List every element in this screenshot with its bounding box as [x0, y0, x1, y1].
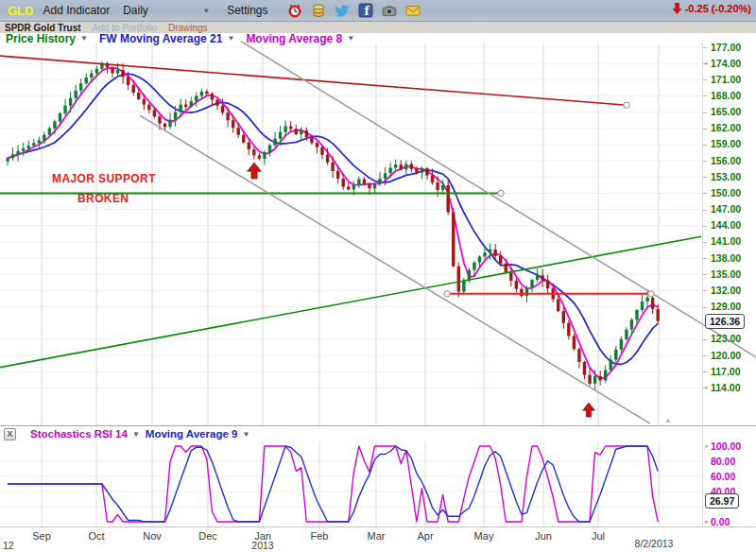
trendline-handle[interactable]	[624, 102, 629, 108]
timeframe-dropdown[interactable]: Daily ▼	[123, 4, 210, 17]
price-tick-label: 132.00	[711, 285, 741, 296]
candle-body	[158, 116, 161, 123]
indicator-tick-label: 100.00	[711, 440, 741, 452]
candle-body	[452, 212, 455, 266]
candle-body	[509, 272, 512, 281]
candle-body	[22, 148, 25, 151]
x-axis-month-label: Dec	[198, 530, 217, 542]
candle-body	[132, 85, 135, 93]
price-change-indicator: -0.25 (-0.20%)	[672, 3, 751, 14]
candle-body	[90, 73, 93, 78]
candle-body	[326, 155, 329, 163]
candle-body	[400, 164, 403, 169]
symbol-label: GLD	[8, 4, 33, 18]
timeframe-value: Daily	[123, 4, 148, 17]
trendline-channel-upper[interactable]	[241, 42, 756, 357]
add-indicator-menu[interactable]: Add Indicator	[43, 4, 110, 17]
trendline-channel-lower[interactable]	[140, 115, 650, 423]
candle-body	[368, 184, 370, 189]
camera-icon[interactable]	[382, 3, 397, 18]
alarm-icon[interactable]	[287, 3, 302, 18]
pane-resize-icon[interactable]: ▲	[664, 416, 672, 424]
candle-body	[316, 143, 318, 147]
candle-body	[111, 67, 113, 73]
candle-body	[384, 173, 387, 179]
price-tick-label: 138.00	[711, 252, 741, 264]
trendline-handle[interactable]	[444, 291, 450, 297]
indicator-legend-stochastics-rsi-14[interactable]: Stochastics RSI 14▼	[30, 428, 140, 440]
price-tick-label: 123.00	[711, 333, 741, 344]
price-tick-label: 171.00	[711, 74, 741, 85]
candle-body	[499, 256, 502, 264]
x-axis-month-label: Mar	[368, 530, 386, 542]
chevron-down-icon: ▼	[132, 430, 140, 439]
coins-icon[interactable]	[311, 3, 326, 18]
candle-body	[85, 78, 88, 83]
price-tick-label: 162.00	[711, 122, 741, 133]
scale-collapse-icon[interactable]: ◂	[704, 518, 708, 526]
candle-body	[195, 95, 198, 101]
tick-mark	[703, 95, 707, 96]
trendline-handle[interactable]	[648, 291, 654, 297]
candle-body	[373, 183, 376, 188]
candle-body	[573, 336, 576, 349]
candle-body	[388, 168, 391, 174]
up-arrow-annotation[interactable]	[583, 403, 595, 417]
indicator-legend-moving-average-9[interactable]: Moving Average 9▼	[146, 428, 250, 440]
x-axis-month-label: Nov	[143, 530, 162, 542]
candle-body	[425, 168, 428, 175]
candle-body	[237, 128, 240, 134]
twitter-icon[interactable]	[335, 3, 350, 18]
candle-body	[588, 375, 591, 384]
trendline-handle[interactable]	[498, 190, 504, 196]
mail-icon[interactable]	[405, 3, 421, 18]
price-tick-label: 144.00	[711, 219, 741, 231]
price-tick-label: 120.00	[711, 350, 741, 361]
price-chart[interactable]	[0, 43, 701, 425]
indicator-value-box: 26.97	[705, 493, 739, 509]
candle-body	[567, 323, 570, 336]
candle-body	[232, 120, 234, 128]
x-axis-month-label: May	[474, 530, 494, 542]
candle-body	[562, 311, 565, 323]
candle-body	[63, 106, 66, 113]
stochastics-chart[interactable]	[0, 441, 701, 526]
candle-body	[462, 281, 465, 291]
tick-mark	[703, 193, 707, 194]
up-arrow-annotation[interactable]	[248, 163, 262, 179]
candle-body	[174, 112, 177, 120]
candle-body	[295, 129, 298, 134]
close-indicator-button[interactable]: X	[4, 428, 16, 440]
candle-body	[184, 105, 187, 107]
candle-body	[641, 302, 644, 310]
chevron-down-icon: ▼	[347, 34, 354, 43]
settings-menu[interactable]: Settings	[227, 4, 267, 17]
facebook-icon[interactable]: f	[358, 3, 373, 18]
scale-collapse-icon[interactable]: ◂	[704, 384, 708, 391]
indicator-tick-label: 0.00	[711, 516, 730, 527]
trendline-ascending-support[interactable]	[0, 236, 701, 367]
candle-body	[59, 113, 61, 122]
candle-body	[577, 349, 580, 362]
annotation-major-support: MAJOR SUPPORT	[52, 172, 156, 185]
candle-body	[342, 179, 345, 187]
price-tick-label: 153.00	[711, 171, 741, 182]
chevron-down-icon: ▼	[80, 34, 88, 43]
candle-body	[583, 362, 586, 375]
price-tick-label: 177.00	[711, 42, 741, 53]
legend-label: Stochastics RSI 14	[30, 428, 128, 440]
candle-body	[598, 376, 601, 381]
x-axis-month-label: Feb	[311, 530, 329, 542]
candle-body	[305, 130, 308, 137]
candle-body	[352, 184, 355, 189]
candle-body	[69, 98, 72, 106]
candle-body	[137, 93, 140, 99]
scale-collapse-icon[interactable]: ◂	[704, 442, 708, 450]
scale-collapse-icon[interactable]: ◂	[704, 60, 708, 67]
candle-body	[153, 110, 156, 116]
price-tick-label: 135.00	[711, 268, 741, 280]
svg-text:f: f	[364, 5, 369, 18]
toolbar-icons: f	[287, 3, 421, 18]
candle-body	[331, 163, 334, 171]
candle-body	[610, 360, 612, 371]
